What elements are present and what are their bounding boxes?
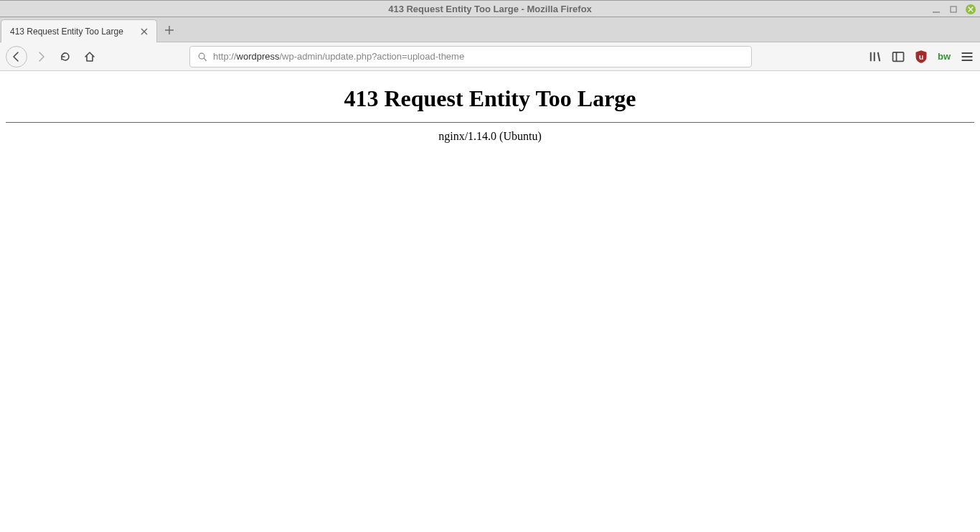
svg-rect-13 [893,52,904,61]
navigation-toolbar: http://wordpress/wp-admin/update.php?act… [0,42,980,71]
ublock-icon[interactable]: u [914,50,928,64]
search-icon [197,52,207,62]
library-icon[interactable] [868,50,882,64]
tab-bar: 413 Request Entity Too Large [0,17,980,42]
svg-line-9 [204,58,206,60]
window-title: 413 Request Entity Too Large - Mozilla F… [0,4,980,14]
window-titlebar: 413 Request Entity Too Large - Mozilla F… [0,0,980,17]
server-signature: nginx/1.14.0 (Ubuntu) [6,130,974,143]
divider [6,122,974,123]
browser-tab[interactable]: 413 Request Entity Too Large [1,19,157,42]
hamburger-menu-icon[interactable] [960,50,974,64]
toolbar-right-icons: u bw [868,50,974,64]
url-bar[interactable]: http://wordpress/wp-admin/update.php?act… [189,46,752,67]
svg-rect-1 [951,6,956,12]
window-maximize-button[interactable] [948,4,958,14]
svg-line-12 [878,52,880,61]
tab-title: 413 Request Entity Too Large [10,27,138,37]
url-prefix: http:// [213,51,237,62]
bitwarden-icon[interactable]: bw [937,50,951,64]
home-button[interactable] [79,46,100,67]
window-controls [931,1,976,18]
new-tab-button[interactable] [157,19,182,42]
sidebar-icon[interactable] [891,50,905,64]
tab-close-button[interactable] [138,25,151,38]
page-content: 413 Request Entity Too Large nginx/1.14.… [0,71,980,149]
url-host: wordpress [237,51,280,62]
error-heading: 413 Request Entity Too Large [6,85,974,112]
back-button[interactable] [6,46,27,67]
forward-button[interactable] [30,46,52,67]
window-minimize-button[interactable] [931,4,941,14]
svg-text:u: u [919,52,923,60]
url-path: /wp-admin/update.php?action=upload-theme [280,51,465,62]
reload-button[interactable] [55,46,76,67]
window-close-button[interactable] [966,4,976,14]
url-text: http://wordpress/wp-admin/update.php?act… [213,51,744,62]
